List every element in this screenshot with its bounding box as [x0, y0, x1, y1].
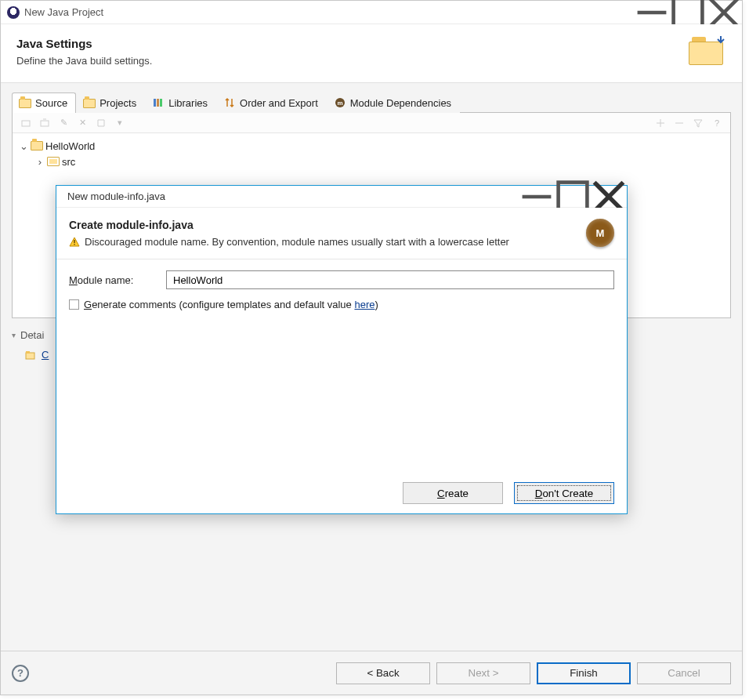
module-badge-icon: M: [586, 219, 614, 247]
wizard-heading: Java Settings: [16, 37, 689, 50]
warning-icon: [69, 237, 80, 248]
next-button: Next >: [436, 662, 530, 684]
minimize-icon[interactable]: [634, 1, 670, 24]
tree-src-label: src: [62, 156, 75, 168]
toolbar-collapse-icon[interactable]: [671, 115, 688, 131]
eclipse-icon: [7, 6, 20, 19]
cancel-button: Cancel: [637, 662, 731, 684]
order-export-icon: [223, 96, 236, 109]
tab-source-label: Source: [35, 97, 67, 109]
svg-rect-6: [160, 99, 162, 107]
toolbar-help-icon[interactable]: ?: [708, 115, 725, 131]
svg-rect-12: [26, 351, 30, 354]
dialog-minimize-icon[interactable]: [519, 185, 555, 209]
details-label: Detai: [20, 329, 44, 341]
svg-rect-20: [74, 240, 74, 243]
wizard-header: Java Settings Define the Java build sett…: [1, 24, 742, 83]
wizard-subheading: Define the Java build settings.: [16, 55, 689, 67]
dialog-heading: Create module-info.java: [69, 219, 586, 231]
module-name-label: MModule name:odule name:: [69, 274, 155, 286]
tab-libraries[interactable]: Libraries: [145, 92, 216, 113]
paren-close: ): [374, 299, 378, 310]
module-deps-icon: m: [334, 96, 346, 109]
dialog-title: New module-info.java: [67, 190, 519, 202]
tree-src-row[interactable]: › src: [19, 154, 724, 169]
toolbar-filter-icon[interactable]: [689, 115, 707, 131]
dont-create-button[interactable]: Don't Create: [514, 482, 614, 504]
tab-module-dependencies[interactable]: m Module Dependencies: [327, 92, 460, 113]
toolbar-new-source-folder-icon[interactable]: [17, 115, 34, 131]
tab-source[interactable]: Source: [12, 92, 76, 113]
tree-project-row[interactable]: ⌄ HelloWorld: [19, 138, 724, 154]
toolbar-output-icon[interactable]: [92, 115, 110, 131]
configure-here-link[interactable]: here: [354, 299, 374, 310]
svg-rect-21: [74, 244, 74, 245]
project-folder-icon: [31, 141, 43, 151]
dialog-close-icon[interactable]: [591, 185, 627, 209]
source-package-icon: [47, 157, 60, 166]
tab-projects-label: Projects: [100, 97, 136, 109]
tab-order-export[interactable]: Order and Export: [216, 92, 327, 113]
dialog-warning-text: Discouraged module name. By convention, …: [85, 236, 509, 248]
tab-module-label: Module Dependencies: [350, 97, 451, 109]
toolbar-dropdown-icon[interactable]: ▾: [111, 115, 128, 131]
svg-rect-5: [157, 99, 159, 107]
libraries-icon: [152, 96, 165, 109]
dialog-titlebar: New module-info.java: [56, 186, 627, 208]
panel-toolbar: ✎ ✕ ▾ ?: [13, 113, 730, 133]
dialog-maximize-icon[interactable]: [555, 185, 591, 209]
generate-comments-row[interactable]: Generate comments (configure templates a…: [69, 299, 614, 310]
module-info-dialog: New module-info.java Create module-info.…: [56, 185, 628, 514]
tab-order-label: Order and Export: [240, 97, 318, 109]
wizard-banner-icon: [689, 37, 726, 68]
module-name-input[interactable]: [166, 270, 614, 289]
toolbar-expand-icon[interactable]: [652, 115, 669, 131]
details-chevron-icon: ▾: [12, 331, 16, 339]
toolbar-edit-icon[interactable]: ✎: [55, 115, 72, 131]
svg-rect-11: [26, 353, 34, 359]
projects-icon: [83, 99, 96, 108]
tab-bar: Source Projects Libraries Order and Expo…: [12, 91, 731, 113]
svg-text:m: m: [337, 100, 342, 107]
create-folder-icon: [24, 349, 37, 361]
source-tree: ⌄ HelloWorld › src: [13, 133, 730, 174]
window-title: New Java Project: [24, 6, 634, 18]
source-folder-icon: [19, 99, 31, 108]
details-link-1-text: C: [42, 349, 49, 361]
dialog-body: MModule name:odule name: Generate commen…: [56, 259, 627, 473]
svg-rect-9: [22, 121, 30, 126]
dialog-button-bar: Create Don't Create: [56, 473, 627, 513]
checkbox-icon[interactable]: [69, 299, 79, 310]
dialog-header: Create module-info.java Discouraged modu…: [56, 208, 627, 259]
toolbar-remove-icon[interactable]: ✕: [74, 115, 91, 131]
finish-button[interactable]: Finish: [537, 662, 631, 684]
toolbar-link-source-icon[interactable]: [36, 115, 53, 131]
help-icon[interactable]: ?: [12, 665, 29, 682]
chevron-down-icon[interactable]: ⌄: [19, 141, 28, 151]
tab-libraries-label: Libraries: [168, 97, 208, 109]
svg-rect-1: [674, 0, 703, 27]
create-button[interactable]: Create: [403, 482, 503, 504]
chevron-right-icon[interactable]: ›: [35, 157, 45, 166]
svg-rect-10: [41, 121, 49, 126]
close-icon[interactable]: [706, 1, 742, 24]
back-button[interactable]: < Back: [336, 662, 430, 684]
svg-rect-4: [154, 99, 156, 107]
tab-projects[interactable]: Projects: [76, 92, 145, 113]
maximize-icon[interactable]: [670, 1, 706, 24]
titlebar: New Java Project: [1, 1, 742, 24]
tree-project-label: HelloWorld: [45, 140, 95, 152]
wizard-button-bar: ? < Back Next > Finish Cancel: [1, 651, 742, 695]
svg-rect-17: [559, 182, 588, 211]
